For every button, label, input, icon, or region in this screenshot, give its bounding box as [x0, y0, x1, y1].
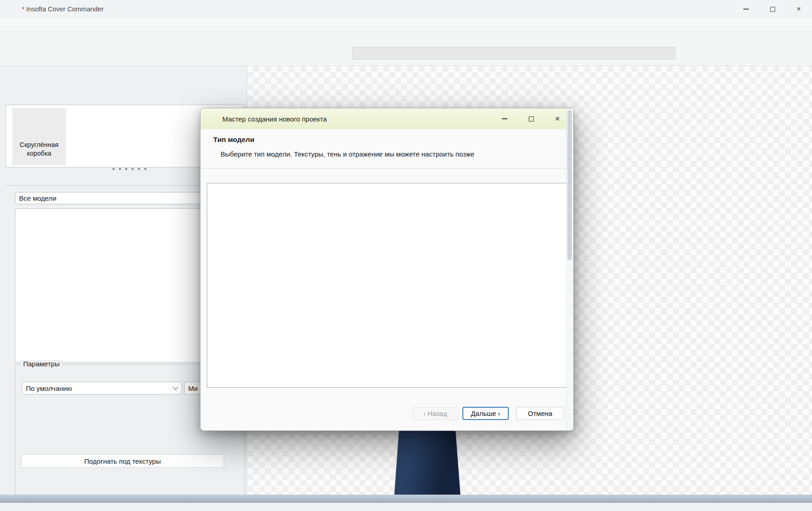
- maximize-icon: [770, 7, 775, 12]
- object-item-label: Скруглённая коробка: [20, 141, 58, 158]
- dialog-title: Мастер создания нового проекта: [222, 115, 327, 123]
- dialog-maximize-button[interactable]: [523, 112, 539, 126]
- minimize-icon: [502, 118, 507, 119]
- dialog-heading: Тип модели: [213, 136, 254, 144]
- object-list-item[interactable]: Скруглённая коробка: [12, 108, 66, 165]
- close-icon: ×: [797, 5, 801, 13]
- maximize-icon: [529, 116, 534, 121]
- cancel-button[interactable]: Отмена: [516, 407, 564, 420]
- dialog-minimize-button[interactable]: [497, 112, 512, 126]
- model-filter-value: Все модели: [19, 194, 56, 202]
- rounded-box-icon: [26, 111, 52, 140]
- grid-scrollbar[interactable]: [566, 109, 573, 430]
- parameters-legend: Параметры: [21, 360, 62, 368]
- render-progress-bar: [352, 47, 675, 60]
- preset-combobox[interactable]: По умолчанию: [22, 382, 182, 395]
- fit-textures-button[interactable]: Подогнать под текстуры: [21, 454, 224, 468]
- window-bottom-edge: [0, 495, 812, 503]
- app-icon: [6, 4, 17, 15]
- splitter-handle[interactable]: ■ ■ ■ ■ ■ ■: [112, 167, 148, 171]
- resize-grip[interactable]: ···: [565, 423, 570, 428]
- maximize-button[interactable]: [759, 0, 786, 18]
- toolbar: [0, 31, 812, 66]
- back-button[interactable]: ‹ Назад: [412, 407, 459, 420]
- minimize-icon: [743, 9, 749, 10]
- new-project-wizard-dialog: Мастер создания нового проекта × Тип мод…: [200, 108, 574, 431]
- next-button[interactable]: Дальше ›: [462, 407, 509, 420]
- window-title: * Insofta Cover Commander: [22, 5, 104, 13]
- window-controls: ×: [733, 0, 812, 18]
- chevron-down-icon: [173, 385, 178, 390]
- rendered-model-fragment: [394, 428, 461, 503]
- close-button[interactable]: ×: [786, 0, 812, 18]
- menubar: [0, 18, 812, 31]
- minimize-button[interactable]: [733, 0, 759, 18]
- titlebar: * Insofta Cover Commander: [0, 0, 812, 18]
- scrollbar-thumb[interactable]: [567, 110, 572, 260]
- preset-value: По умолчанию: [26, 385, 72, 392]
- dialog-subtitle: Выберите тип модели. Текстуры, тень и от…: [221, 150, 474, 158]
- wizard-icon: [207, 113, 218, 124]
- wizard-box-star-icon: [531, 128, 562, 157]
- dialog-controls: ×: [497, 108, 565, 129]
- header-separator: [200, 168, 573, 169]
- close-icon: ×: [555, 114, 560, 124]
- model-type-grid: [207, 183, 568, 388]
- units-value: Ми: [188, 385, 198, 392]
- dialog-close-button[interactable]: ×: [550, 112, 565, 126]
